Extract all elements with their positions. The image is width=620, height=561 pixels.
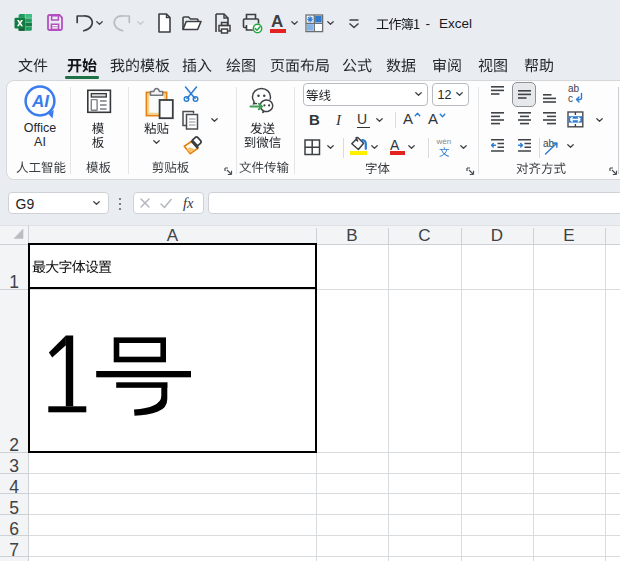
svg-text:AI: AI bbox=[31, 92, 50, 111]
svg-text:c: c bbox=[568, 93, 573, 104]
